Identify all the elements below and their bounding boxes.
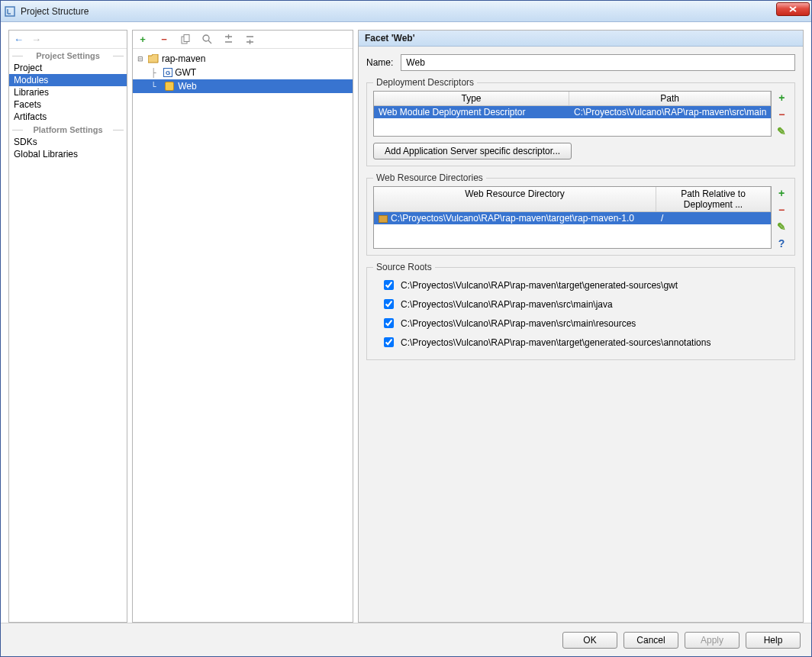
facet-detail-panel: Facet 'Web' Name: Deployment Descriptors… [358,30,804,623]
tree-node-web[interactable]: └ Web [133,79,353,93]
cell-type: Web Module Deployment Descriptor [374,106,569,118]
copy-icon[interactable] [180,34,191,45]
forward-icon[interactable]: → [31,34,41,45]
tree-toolbar: + − [133,31,353,49]
add-icon[interactable]: + [137,34,148,45]
folder-icon [379,215,388,223]
sidebar-item-artifacts[interactable]: Artifacts [9,111,127,123]
facet-name-input[interactable] [401,54,795,71]
col-path[interactable]: Path [569,92,771,105]
folder-icon [147,53,160,64]
close-button[interactable] [776,2,810,16]
source-root-row[interactable]: C:\Proyectos\Vulcano\RAP\rap-maven\src\m… [373,314,788,333]
facet-header: Facet 'Web' [359,31,803,47]
expand-icon[interactable] [223,34,234,45]
resources-table[interactable]: Web Resource Directory Path Relative to … [373,186,772,249]
col-type[interactable]: Type [374,92,569,105]
collapse-icon[interactable] [244,34,255,45]
svg-point-3 [203,35,209,41]
tree-node-label: GWT [175,67,196,78]
sidebar-item-modules[interactable]: Modules [9,74,127,86]
source-root-path: C:\Proyectos\Vulcano\RAP\rap-maven\targe… [401,337,710,348]
back-icon[interactable]: ← [14,34,24,45]
table-row[interactable]: Web Module Deployment Descriptor C:\Proy… [374,106,771,118]
window-title: Project Structure [21,6,776,17]
resources-side-buttons: + − ✎ ? [775,186,788,249]
source-root-path: C:\Proyectos\Vulcano\RAP\rap-maven\src\m… [401,318,636,329]
tree-node-gwt[interactable]: ├ G GWT [133,66,353,79]
gwt-icon: G [163,68,172,77]
module-tree-panel: + − ⊟ [132,30,353,623]
name-label: Name: [366,57,393,68]
titlebar[interactable]: Project Structure [1,1,811,22]
remove-descriptor-icon[interactable]: − [775,109,788,120]
sidebar-item-project[interactable]: Project [9,62,127,74]
source-root-checkbox[interactable] [384,299,394,309]
add-server-descriptor-button[interactable]: Add Application Server specific descript… [373,143,572,159]
help-button[interactable]: Help [746,632,801,649]
search-icon[interactable] [201,34,212,45]
svg-rect-2 [184,35,189,42]
content-area: ← → Project Settings Project Modules Lib… [1,22,811,656]
tree-toggle-icon[interactable]: ⊟ [136,55,145,63]
cell-relpath: / [656,212,771,224]
apply-button[interactable]: Apply [685,632,740,649]
ok-button[interactable]: OK [562,632,617,649]
source-root-path: C:\Proyectos\Vulcano\RAP\rap-maven\targe… [401,280,678,291]
sidebar-item-facets[interactable]: Facets [9,98,127,111]
tree-node-label: rap-maven [162,53,205,64]
deployment-side-buttons: + − ✎ [775,91,788,137]
sidebar-item-libraries[interactable]: Libraries [9,86,127,98]
sidebar-item-sdks[interactable]: SDKs [9,136,127,148]
edit-descriptor-icon[interactable]: ✎ [775,126,788,137]
deployment-legend: Deployment Descriptors [373,77,477,88]
source-root-path: C:\Proyectos\Vulcano\RAP\rap-maven\src\m… [401,299,613,310]
source-roots-legend: Source Roots [373,262,435,272]
sidebar-section-project: Project Settings [9,49,127,62]
cell-path: C:\Proyectos\Vulcano\RAP\rap-maven\src\m… [569,106,771,118]
resources-legend: Web Resource Directories [373,172,486,183]
table-row[interactable]: C:\Proyectos\Vulcano\RAP\rap-maven\targe… [374,212,771,224]
sidebar-section-platform: Platform Settings [9,123,127,136]
edit-resource-icon[interactable]: ✎ [775,221,788,232]
source-root-checkbox[interactable] [384,337,394,347]
web-resource-dirs-group: Web Resource Directories Web Resource Di… [366,172,795,256]
tree-node-root[interactable]: ⊟ rap-maven [133,52,353,66]
cancel-button[interactable]: Cancel [624,632,678,649]
add-resource-icon[interactable]: + [775,188,788,198]
dialog-window: Project Structure ← → Project Settings P… [0,0,812,657]
help-resource-icon[interactable]: ? [775,238,788,249]
deployment-table[interactable]: Type Path Web Module Deployment Descript… [373,91,772,137]
source-root-checkbox[interactable] [384,318,394,328]
source-root-row[interactable]: C:\Proyectos\Vulcano\RAP\rap-maven\src\m… [373,295,788,314]
app-icon [4,5,16,18]
add-descriptor-icon[interactable]: + [775,92,788,103]
source-roots-group: Source Roots C:\Proyectos\Vulcano\RAP\ra… [366,262,795,360]
settings-sidebar: ← → Project Settings Project Modules Lib… [8,30,127,623]
source-root-checkbox[interactable] [384,280,394,290]
sidebar-toolbar: ← → [9,31,127,49]
remove-icon[interactable]: − [159,34,169,45]
col-relpath[interactable]: Path Relative to Deployment ... [656,187,771,211]
source-root-row[interactable]: C:\Proyectos\Vulcano\RAP\rap-maven\targe… [373,275,788,295]
tree-body[interactable]: ⊟ rap-maven ├ G GWT └ [133,49,353,622]
cell-dir: C:\Proyectos\Vulcano\RAP\rap-maven\targe… [374,212,656,224]
web-icon [163,81,176,92]
col-resource-dir[interactable]: Web Resource Directory [374,187,656,211]
source-root-row[interactable]: C:\Proyectos\Vulcano\RAP\rap-maven\targe… [373,333,788,352]
dialog-button-bar: OK Cancel Apply Help [1,623,811,656]
remove-resource-icon[interactable]: − [775,205,788,215]
svg-rect-0 [5,7,14,16]
deployment-descriptors-group: Deployment Descriptors Type Path Web Mod… [366,77,795,166]
tree-node-label: Web [178,81,196,92]
svg-line-4 [208,40,211,43]
sidebar-item-global-libraries[interactable]: Global Libraries [9,148,127,160]
